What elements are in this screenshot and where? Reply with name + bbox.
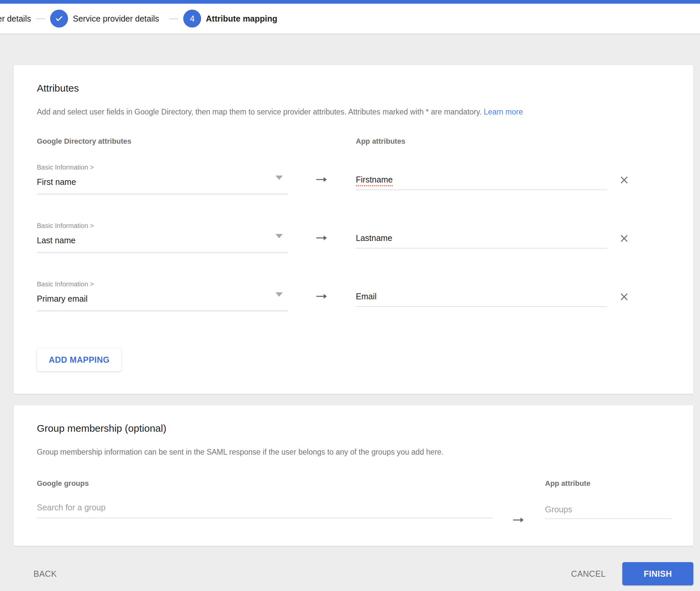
attribute-mapping-row: Basic Information > First name Firstname — [37, 161, 670, 219]
dropdown-caret-icon — [275, 234, 283, 238]
mapping-arrow-icon — [288, 219, 356, 242]
attributes-card-title: Attributes — [37, 65, 670, 94]
add-mapping-button[interactable]: ADD MAPPING — [37, 348, 122, 371]
remove-mapping-button[interactable] — [618, 290, 631, 303]
field-underline — [37, 252, 288, 253]
directory-attribute-select[interactable]: Basic Information > First name — [37, 161, 288, 194]
app-attributes-header: App attributes — [356, 137, 405, 146]
footer-right-actions: CANCEL FINISH — [569, 562, 693, 585]
attribute-mapping-row: Basic Information > Primary email Email — [37, 278, 670, 336]
step-completed-check-icon — [50, 10, 68, 27]
google-directory-attributes-header: Google Directory attributes — [37, 137, 356, 146]
back-button[interactable]: BACK — [31, 566, 59, 582]
directory-attribute-select[interactable]: Basic Information > Primary email — [37, 278, 288, 311]
attributes-card: Attributes Add and select user fields in… — [14, 65, 693, 394]
group-search-input[interactable] — [37, 503, 493, 518]
directory-attribute-value: First name — [37, 177, 288, 187]
step-number-badge: 4 — [183, 10, 201, 27]
directory-attribute-select[interactable]: Basic Information > Last name — [37, 219, 288, 253]
group-membership-description: Group membership information can be sent… — [37, 447, 670, 457]
app-attribute-input[interactable]: Firstname — [356, 174, 607, 190]
dropdown-caret-icon — [275, 176, 283, 180]
top-accent-bar — [0, 0, 700, 4]
attribute-mapping-row: Basic Information > Last name Lastname — [37, 219, 670, 278]
attributes-card-description: Add and select user fields in Google Dir… — [37, 107, 670, 117]
group-membership-card: Group membership (optional) Group member… — [14, 405, 693, 546]
directory-attribute-category: Basic Information > — [37, 163, 288, 172]
dropdown-caret-icon — [275, 292, 283, 297]
app-attribute-column: App attribute — [545, 479, 672, 519]
wizard-footer: BACK CANCEL FINISH — [14, 562, 693, 585]
directory-attribute-category: Basic Information > — [37, 221, 288, 230]
attributes-description-text: Add and select user fields in Google Dir… — [37, 108, 482, 116]
app-attribute-value: Firstname — [356, 175, 393, 186]
remove-mapping-button[interactable] — [618, 174, 631, 187]
finish-button[interactable]: FINISH — [622, 562, 693, 585]
attribute-mapping-list: Basic Information > First name Firstname… — [37, 161, 670, 336]
attributes-column-headers: Google Directory attributes App attribut… — [37, 137, 670, 146]
app-attribute-input[interactable]: Lastname — [356, 233, 607, 249]
field-underline — [37, 310, 288, 311]
google-groups-column: Google groups — [37, 479, 493, 518]
directory-attribute-value: Primary email — [37, 293, 288, 304]
app-attribute-input[interactable]: Email — [356, 291, 607, 307]
stepper-connector — [169, 18, 178, 19]
group-app-attribute-input[interactable] — [545, 505, 672, 519]
app-attribute-header: App attribute — [545, 479, 672, 488]
google-groups-header: Google groups — [37, 479, 493, 488]
directory-attribute-value: Last name — [37, 235, 288, 246]
page-content: Attributes Add and select user fields in… — [14, 65, 693, 585]
mapping-arrow-icon — [493, 479, 545, 524]
field-underline — [37, 193, 288, 194]
remove-mapping-button[interactable] — [618, 232, 631, 245]
stepper-connector — [36, 18, 45, 19]
learn-more-link[interactable]: Learn more — [484, 108, 523, 116]
mapping-arrow-icon — [288, 278, 356, 300]
group-membership-title: Group membership (optional) — [37, 405, 670, 435]
step-label-attribute-mapping: Attribute mapping — [206, 14, 277, 23]
app-attribute-value: Lastname — [356, 233, 392, 243]
step-number: 4 — [190, 14, 194, 23]
step-label-service-provider-details: Service provider details — [73, 14, 159, 23]
directory-attribute-category: Basic Information > — [37, 280, 288, 288]
mapping-arrow-icon — [288, 161, 356, 184]
group-mapping-row: Google groups App attribute — [37, 479, 670, 524]
wizard-stepper: er details Service provider details 4 At… — [0, 4, 700, 34]
app-attribute-value: Email — [356, 292, 377, 301]
stepper-truncated-step-label: er details — [0, 14, 31, 23]
cancel-button[interactable]: CANCEL — [569, 566, 608, 582]
